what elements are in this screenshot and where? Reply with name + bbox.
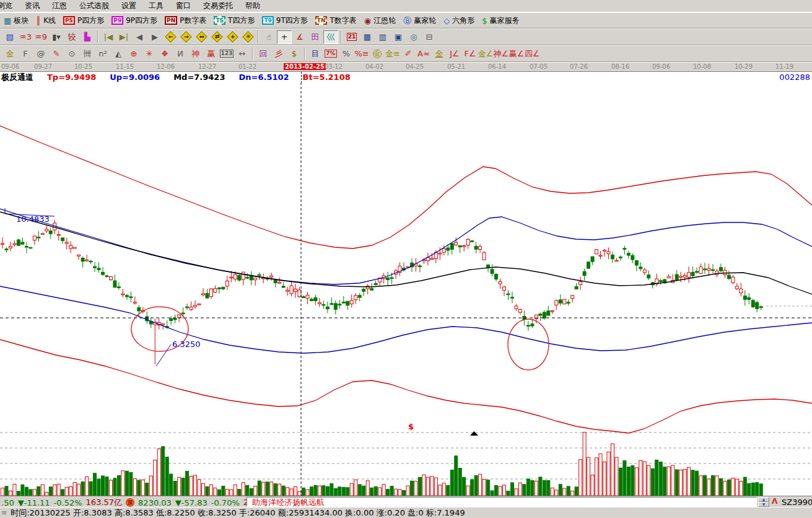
percent-icon: % xyxy=(343,50,350,58)
expand-h-icon[interactable]: ↔ xyxy=(194,30,209,44)
angle-shen-icon[interactable]: 神∠ xyxy=(494,47,509,61)
board-button[interactable]: ▦板块 xyxy=(1,15,31,27)
spiral-grid-icon[interactable]: @ xyxy=(33,47,48,61)
compare-tool-icon[interactable]: 较 xyxy=(64,30,79,44)
jump-left-icon[interactable]: ← xyxy=(163,30,178,44)
indicator-row: 极反通道 Tp=9.9498Up=9.0096Md=7.9423Dn=6.510… xyxy=(0,71,812,82)
mirror-angle-icon[interactable]: ◭ xyxy=(111,47,126,61)
next-bar-icon[interactable]: ▶ xyxy=(147,30,162,44)
kline-button[interactable]: ║K线 xyxy=(33,15,58,27)
menu-item[interactable]: 浏览 xyxy=(0,0,19,12)
wave-3-icon[interactable]: ♒3 xyxy=(18,30,33,44)
menu-item[interactable]: 公式选股 xyxy=(73,0,115,12)
gold-grid-icon[interactable]: 金 xyxy=(2,47,17,61)
menu-item[interactable]: 资讯 xyxy=(19,0,46,12)
reset-view-icon[interactable]: ✳ xyxy=(240,30,255,44)
date-tick: 04-02 xyxy=(365,63,383,70)
hand-tool-icon: ☝ xyxy=(266,33,271,41)
crosshair-tool-icon[interactable]: + xyxy=(277,30,292,44)
dollar-flag-icon[interactable]: $ xyxy=(287,47,302,61)
pen-tool-icon[interactable]: ✎ xyxy=(49,47,64,61)
pen-flag-icon[interactable]: ✐ xyxy=(401,47,416,61)
menu-item[interactable]: 帮助 xyxy=(239,0,266,12)
hexagon-button[interactable]: ◇六角形 xyxy=(441,15,477,27)
kline-chart[interactable]: 10.48336.3250$ xyxy=(0,82,812,496)
calculator-icon[interactable]: ▦ xyxy=(360,30,375,44)
compass-target-icon[interactable]: ⊕ xyxy=(126,47,141,61)
sh-index-value: ▼-11.11 xyxy=(18,498,50,507)
angle-gold-icon[interactable]: 金∠ xyxy=(478,47,493,61)
9t-square-button[interactable]: T99T四方形 xyxy=(260,15,310,27)
winner-wheel-button[interactable]: Ⓑ赢家轮 xyxy=(401,15,439,27)
color-chart-icon[interactable]: ▙ xyxy=(80,30,95,44)
gold-circle-icon[interactable]: 金 xyxy=(370,47,385,61)
ray-fan-icon[interactable]: 彡 xyxy=(271,47,286,61)
width-measure-icon[interactable]: ↔ xyxy=(235,47,250,61)
menu-item[interactable]: 设置 xyxy=(115,0,142,12)
formula-doc-icon[interactable]: ▤ xyxy=(2,30,17,44)
compress-h-icon[interactable]: ⇄ xyxy=(209,30,224,44)
gann-wheel-button[interactable]: ◉江恩轮 xyxy=(362,15,398,27)
winner-service-button[interactable]: $赢家服务 xyxy=(479,15,522,27)
spinner-up-icon[interactable]: ▲ xyxy=(758,497,769,502)
gold-underline-icon[interactable]: 金 xyxy=(432,47,447,61)
prev-bar-icon[interactable]: ◀ xyxy=(132,30,147,44)
expand-all-icon[interactable]: + xyxy=(225,30,240,44)
fence-icon[interactable]: 卌 xyxy=(80,47,95,61)
angle-f-icon[interactable]: F∠ xyxy=(463,47,478,61)
p-square-button[interactable]: PSP四方形 xyxy=(61,15,107,27)
percent-lines-icon[interactable]: %≡ xyxy=(354,47,369,61)
wave-9-icon[interactable]: ♒9 xyxy=(33,30,48,44)
ticker-spinner[interactable]: ▲ ▼ xyxy=(758,497,769,507)
notepad-icon[interactable]: ▥ xyxy=(375,30,390,44)
chart-area[interactable]: 10.48336.3250$ xyxy=(0,82,812,496)
first-bar-icon[interactable]: |◀ xyxy=(101,30,116,44)
ying-grid-icon[interactable]: 赢 xyxy=(204,47,219,61)
world-clock-icon[interactable]: ◎ xyxy=(406,30,421,44)
gann-shape-icon[interactable]: 田 xyxy=(308,30,323,44)
ruler-123-icon[interactable]: 123 xyxy=(219,47,234,61)
wave-a-icon[interactable]: A≈ xyxy=(416,47,431,61)
hand-tool-icon[interactable]: ☝ xyxy=(261,30,276,44)
angle-si-icon[interactable]: 四∠ xyxy=(525,47,539,61)
9p-square-button[interactable]: P99P四方形 xyxy=(109,15,160,27)
n2-fence-icon[interactable]: n² xyxy=(95,47,110,61)
last-bar-icon[interactable]: ▶| xyxy=(116,30,131,44)
ruler-123-icon: 123 xyxy=(220,50,234,58)
volume-chart-icon[interactable]: 目 xyxy=(308,47,323,61)
spinner-down-icon[interactable]: ▼ xyxy=(758,502,769,507)
menu-item[interactable]: 工具 xyxy=(142,0,170,12)
date-tick: 11-15 xyxy=(116,63,134,70)
p-square-button-icon: PS xyxy=(63,16,75,25)
compass-clock-icon[interactable]: ⊙ xyxy=(64,47,79,61)
indicator-value: Bt=5.2108 xyxy=(303,72,351,82)
t-square-button-label: T四方形 xyxy=(228,15,255,26)
angle-ying-icon[interactable]: 赢∠ xyxy=(509,47,524,61)
save-icon[interactable]: ▣ xyxy=(391,30,406,44)
percent-icon[interactable]: % xyxy=(339,47,354,61)
analysis-tool-icon[interactable]: 巛 xyxy=(323,30,338,44)
menu-item[interactable]: 江恩 xyxy=(46,0,73,12)
expand-all-icon: + xyxy=(227,31,238,42)
angle-j-icon[interactable]: J∠ xyxy=(447,47,462,61)
t-square-button[interactable]: TST四方形 xyxy=(211,15,257,27)
grid-flower-icon[interactable]: ❖ xyxy=(157,47,172,61)
menu-item[interactable]: 窗口 xyxy=(170,0,197,12)
rect-select-icon[interactable]: 回 xyxy=(256,47,271,61)
calendar-icon[interactable]: 21 xyxy=(344,30,359,44)
jump-right-icon[interactable]: → xyxy=(178,30,193,44)
f-grid-icon[interactable]: F xyxy=(18,47,33,61)
gold-lines-icon[interactable]: 金≡ xyxy=(385,47,400,61)
percent-strike-icon[interactable]: 7% xyxy=(323,47,338,61)
print-icon[interactable]: ⊟ xyxy=(422,30,437,44)
angle-tool-icon[interactable]: ∡ xyxy=(292,30,307,44)
snowflake-icon[interactable]: ✳ xyxy=(142,47,157,61)
p-number-button[interactable]: PNP数字表 xyxy=(162,15,209,27)
shen-grid-icon[interactable]: 神 xyxy=(188,47,203,61)
marks-icon[interactable]: И xyxy=(173,47,188,61)
calculator-icon: ▦ xyxy=(364,33,371,41)
candle-style-icon[interactable]: ▮▾ xyxy=(49,30,64,44)
toolbar-separator xyxy=(258,31,259,43)
menu-item[interactable]: 交易委托 xyxy=(197,0,239,12)
t-number-button[interactable]: TNT数字表 xyxy=(313,15,359,27)
